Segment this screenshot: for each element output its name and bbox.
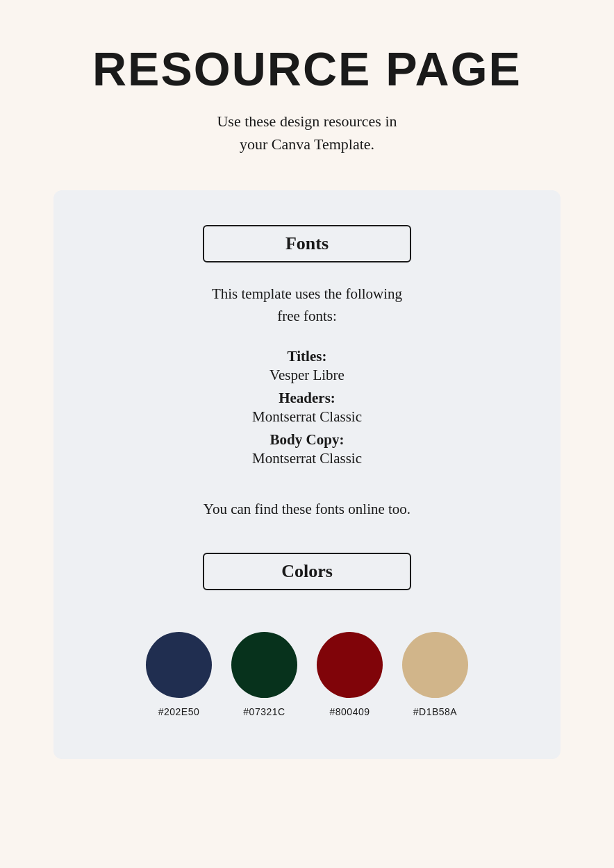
resource-card: Fonts This template uses the followingfr… <box>53 190 561 759</box>
font-label-titles: Titles: <box>252 348 362 365</box>
color-swatches: #202E50 #07321C #800409 #D1B58A <box>146 632 468 717</box>
color-hex-2: #07321C <box>243 706 285 717</box>
color-item-4: #D1B58A <box>402 632 468 717</box>
font-name-headers: Montserrat Classic <box>252 408 362 426</box>
fonts-footer: You can find these fonts online too. <box>204 501 410 518</box>
font-name-body: Montserrat Classic <box>252 450 362 467</box>
font-label-body: Body Copy: <box>252 431 362 449</box>
color-circle-2 <box>231 632 297 698</box>
color-hex-4: #D1B58A <box>413 706 457 717</box>
font-name-titles: Vesper Libre <box>252 367 362 384</box>
color-hex-1: #202E50 <box>158 706 200 717</box>
font-list: Titles: Vesper Libre Headers: Montserrat… <box>252 348 362 473</box>
color-item-2: #07321C <box>231 632 297 717</box>
fonts-badge: Fonts <box>203 225 411 262</box>
color-circle-1 <box>146 632 212 698</box>
color-hex-3: #800409 <box>329 706 370 717</box>
page-title: RESOURCE PAGE <box>92 42 522 96</box>
color-circle-4 <box>402 632 468 698</box>
font-label-headers: Headers: <box>252 390 362 407</box>
page-subtitle: Use these design resources inyour Canva … <box>217 110 397 156</box>
color-circle-3 <box>317 632 383 698</box>
fonts-description: This template uses the followingfree fon… <box>212 283 402 327</box>
color-item-3: #800409 <box>317 632 383 717</box>
colors-badge: Colors <box>203 553 411 590</box>
colors-section: Colors #202E50 #07321C #800409 #D1B58A <box>95 553 519 717</box>
color-item-1: #202E50 <box>146 632 212 717</box>
